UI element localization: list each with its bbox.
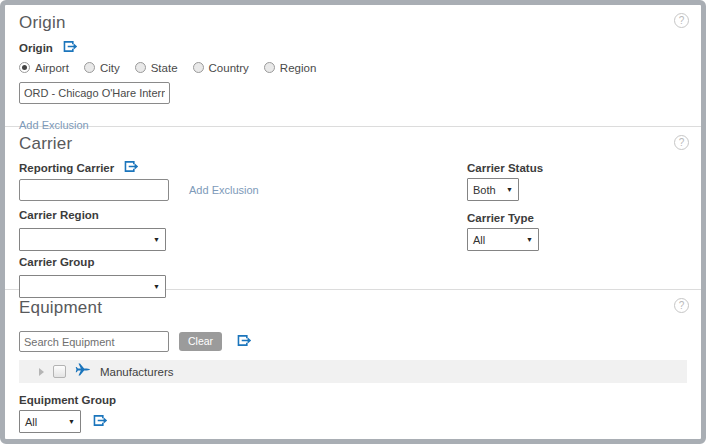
tree-item-label[interactable]: Manufacturers [100, 366, 174, 378]
add-exclusion-link[interactable]: Add Exclusion [189, 184, 259, 196]
reporting-carrier-label: Reporting Carrier [19, 162, 114, 174]
radio-dot [264, 62, 275, 73]
radio-country[interactable]: Country [193, 62, 249, 74]
tree-expand-caret-icon[interactable] [39, 368, 44, 376]
help-icon[interactable]: ? [674, 13, 689, 28]
radio-label: City [100, 62, 120, 74]
radio-dot [135, 62, 146, 73]
dropdown-arrow-icon: ▼ [153, 236, 160, 243]
radio-dot [84, 62, 95, 73]
radio-state[interactable]: State [135, 62, 178, 74]
carrier-type-select[interactable]: All ▼ [467, 228, 539, 251]
carrier-type-label: Carrier Type [467, 212, 534, 224]
carrier-group-label: Carrier Group [19, 256, 94, 268]
dropdown-arrow-icon: ▼ [153, 283, 160, 290]
origin-field-label: Origin [19, 42, 53, 54]
carrier-region-select[interactable]: ▼ [19, 228, 166, 251]
radio-airport[interactable]: Airport [19, 62, 69, 74]
radio-label: Country [209, 62, 249, 74]
equipment-group-label: Equipment Group [19, 394, 116, 406]
tree-checkbox[interactable] [53, 365, 66, 378]
origin-section: ? Origin Origin Airport City [5, 5, 701, 127]
radio-region[interactable]: Region [264, 62, 316, 74]
radio-dot [193, 62, 204, 73]
clear-button[interactable]: Clear [179, 332, 222, 351]
select-value: All [25, 416, 37, 428]
export-icon[interactable] [124, 159, 139, 177]
dropdown-arrow-icon: ▼ [506, 186, 513, 193]
export-icon[interactable] [93, 413, 108, 431]
carrier-section-title: Carrier [19, 134, 687, 154]
radio-city[interactable]: City [84, 62, 120, 74]
help-icon[interactable]: ? [674, 298, 689, 313]
radio-label: State [151, 62, 178, 74]
equipment-group-select[interactable]: All ▼ [19, 410, 81, 433]
carrier-status-select[interactable]: Both ▼ [467, 178, 519, 201]
help-icon[interactable]: ? [674, 135, 689, 150]
select-value: All [473, 234, 485, 246]
select-value: Both [473, 184, 496, 196]
equipment-search-input[interactable] [19, 331, 169, 352]
radio-dot [19, 62, 30, 73]
carrier-status-label: Carrier Status [467, 162, 543, 174]
origin-radio-group: Airport City State Country Region [19, 60, 687, 75]
airplane-icon [75, 362, 91, 381]
origin-section-title: Origin [19, 13, 687, 33]
equipment-section-title: Equipment [19, 298, 687, 318]
export-icon[interactable] [63, 39, 78, 57]
dropdown-arrow-icon: ▼ [68, 418, 75, 425]
radio-label: Airport [35, 62, 69, 74]
reporting-carrier-input[interactable] [19, 179, 169, 201]
export-icon[interactable] [237, 333, 252, 351]
carrier-region-label: Carrier Region [19, 209, 99, 221]
dropdown-arrow-icon: ▼ [526, 236, 533, 243]
radio-label: Region [280, 62, 316, 74]
tree-row-manufacturers: Manufacturers [19, 360, 687, 383]
equipment-section: ? Equipment Clear Manufacturers [5, 290, 701, 439]
origin-input[interactable] [19, 82, 170, 104]
carrier-section: ? Carrier Reporting Carrier Add [5, 127, 701, 290]
filters-panel: ? Origin Origin Airport City [0, 0, 706, 444]
